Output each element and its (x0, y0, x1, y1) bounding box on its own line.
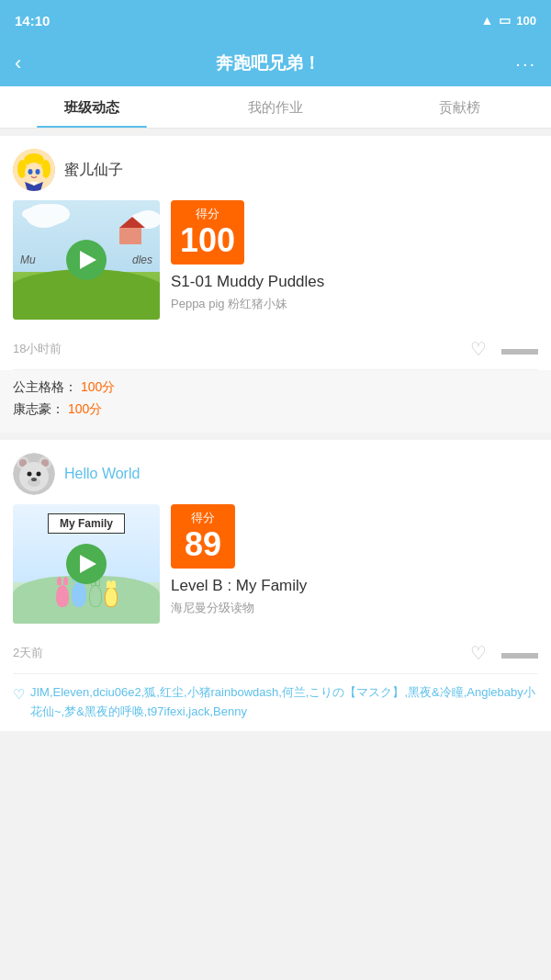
battery-icon: ▭ (499, 13, 511, 28)
post-thumbnail[interactable]: My Family (13, 504, 160, 624)
svg-point-6 (28, 169, 33, 175)
wifi-icon: ▲ (480, 13, 493, 28)
post-time: 2天前 (13, 645, 43, 661)
comment-button[interactable]: ▬▬ (501, 338, 538, 360)
feed: 蜜儿仙子 Mu (0, 129, 551, 746)
post-info: S1-01 Muddy Puddles Peppa pig 粉红猪小妹 (171, 272, 538, 320)
post-meta: 得分 100 S1-01 Muddy Puddles Peppa pig 粉红猪… (171, 200, 538, 320)
my-family-label: My Family (48, 513, 125, 534)
tab-bar: 班级动态 我的作业 贡献榜 (0, 86, 551, 129)
post-time: 18小时前 (13, 341, 62, 357)
like-button[interactable]: ♡ (470, 642, 487, 664)
avatar (13, 149, 55, 191)
status-icons: ▲ ▭ 100 (480, 13, 536, 28)
score-number: 100 (180, 222, 235, 259)
avatar (13, 453, 55, 495)
score-badge: 得分 89 (171, 504, 235, 569)
battery-level: 100 (516, 14, 536, 28)
post-username: Hello World (64, 466, 140, 482)
svg-point-17 (31, 478, 37, 481)
post-card: Hello World My Family (0, 440, 551, 731)
svg-point-13 (19, 462, 49, 491)
header: ‹ 奔跑吧兄弟！ ··· (0, 40, 551, 86)
comment-score: 100分 (81, 379, 115, 396)
score-number: 89 (180, 526, 226, 563)
score-label: 得分 (180, 510, 226, 526)
comment-button[interactable]: ▬▬ (501, 642, 538, 664)
back-button[interactable]: ‹ (15, 51, 21, 75)
status-bar: 14:10 ▲ ▭ 100 (0, 0, 551, 40)
post-actions: ♡ ▬▬ (470, 338, 538, 360)
comment-row: 康志豪： 100分 (13, 401, 538, 418)
post-content: My Family (13, 504, 538, 624)
comments-section: 公主格格： 100分 康志豪： 100分 (0, 370, 551, 433)
likes-section: ♡ JIM,Eleven,dciu06e2,狐,红尘,小猪rainbowdash… (13, 674, 538, 731)
score-label: 得分 (180, 206, 235, 222)
post-content: Mu dles 得分 100 S1-01 Muddy Puddles Peppa… (13, 200, 538, 320)
svg-point-5 (25, 163, 43, 183)
post-header: 蜜儿仙子 (13, 149, 538, 191)
post-info: Level B : My Family 海尼曼分级读物 (171, 576, 538, 624)
post-actions: ♡ ▬▬ (470, 642, 538, 664)
post-card: 蜜儿仙子 Mu (0, 136, 551, 433)
book-subtitle: 海尼曼分级读物 (171, 600, 538, 616)
book-title: S1-01 Muddy Puddles (171, 272, 538, 292)
post-footer: 18小时前 ♡ ▬▬ (13, 329, 538, 370)
avatar-image (13, 149, 55, 191)
comment-score: 100分 (68, 401, 102, 418)
like-button[interactable]: ♡ (470, 338, 487, 360)
status-time: 14:10 (15, 13, 50, 28)
comment-name: 康志豪： (13, 401, 64, 418)
post-meta: 得分 89 Level B : My Family 海尼曼分级读物 (171, 504, 538, 624)
score-badge: 得分 100 (171, 200, 244, 265)
comment-name: 公主格格： (13, 379, 77, 396)
avatar-image (13, 453, 55, 495)
svg-point-16 (37, 472, 41, 477)
comment-row: 公主格格： 100分 (13, 379, 538, 396)
likes-names: JIM,Eleven,dciu06e2,狐,红尘,小猪rainbowdash,何… (30, 683, 538, 722)
more-button[interactable]: ··· (515, 53, 536, 74)
tab-leaderboard[interactable]: 贡献榜 (367, 86, 551, 128)
play-button[interactable] (66, 240, 107, 280)
svg-point-7 (36, 169, 40, 175)
tab-class-feed[interactable]: 班级动态 (0, 86, 184, 128)
post-header: Hello World (13, 453, 538, 495)
play-button[interactable] (66, 544, 107, 584)
svg-point-15 (28, 472, 32, 477)
post-username: 蜜儿仙子 (64, 161, 123, 180)
book-subtitle: Peppa pig 粉红猪小妹 (171, 296, 538, 312)
book-title: Level B : My Family (171, 576, 538, 596)
tab-my-homework[interactable]: 我的作业 (184, 86, 367, 128)
post-thumbnail[interactable]: Mu dles (13, 200, 160, 320)
header-title: 奔跑吧兄弟！ (21, 51, 515, 75)
heart-icon: ♡ (13, 683, 25, 705)
post-footer: 2天前 ♡ ▬▬ (13, 633, 538, 674)
